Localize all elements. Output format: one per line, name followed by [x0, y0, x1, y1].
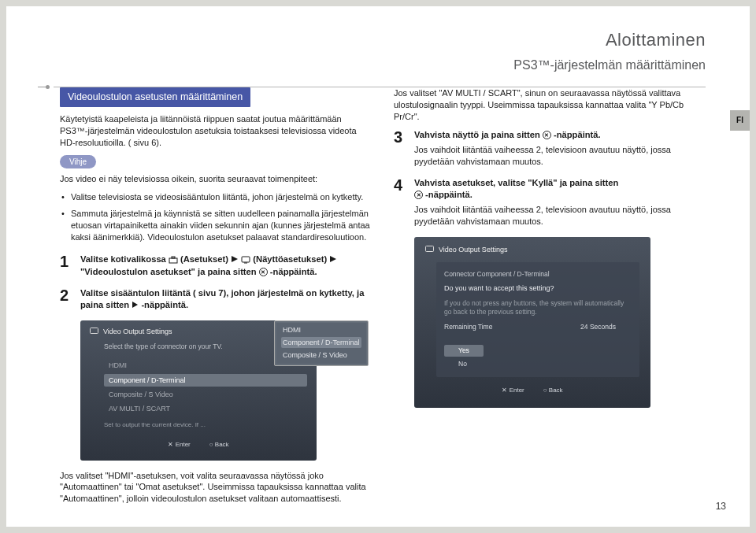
display-icon — [241, 256, 250, 264]
svg-rect-0 — [169, 258, 177, 263]
arrow-right-icon — [329, 255, 337, 263]
footer-back: ○ Back — [543, 387, 563, 395]
remaining-value: 24 Seconds — [580, 323, 616, 331]
after-screenshot-1: Jos valitset "HDMI"-asetuksen, voit vali… — [60, 470, 372, 505]
hint-bullets: Valitse televisiosta se videosisääntulon… — [61, 191, 372, 242]
screenshot-1-footer: ✕ Enter ○ Back — [90, 441, 307, 450]
zoom-option-selected: Component / D-Terminal — [281, 337, 361, 348]
zoom-option: Composite / S Video — [281, 350, 361, 361]
x-button-icon: ✕ — [414, 191, 423, 199]
screenshot-2-title-text: Video Output Settings — [439, 245, 507, 254]
step-3-body: Vahvista näyttö ja paina sitten ✕ -näppä… — [414, 129, 706, 168]
step-1-text: (Asetukset) — [180, 254, 231, 264]
page-title: Aloittaminen — [60, 28, 706, 52]
option-composite: Composite / S Video — [104, 388, 307, 401]
intro-text: Käytetyistä kaapeleista ja liitännöistä … — [60, 114, 357, 147]
language-tab: FI — [730, 110, 750, 131]
step-4-sub: Jos vaihdoit liitäntää vaiheessa 2, tele… — [414, 204, 706, 228]
display-icon — [90, 328, 98, 335]
step-number-3: 3 — [394, 129, 406, 168]
step-1-text: (Näyttöasetukset) — [253, 254, 329, 264]
step-4-body: Vahvista asetukset, valitse "Kyllä" ja p… — [414, 177, 706, 228]
step-number-2: 2 — [60, 287, 72, 311]
intro-paragraph: Käytetyistä kaapeleista ja liitännöistä … — [60, 113, 372, 149]
right-column: Jos valitset "AV MULTI / SCART", sinun o… — [394, 87, 706, 511]
step-1-text: -näppäintä. — [270, 267, 317, 276]
option-component: Component / D-Terminal — [104, 374, 307, 387]
screenshot-2-footer: ✕ Enter ○ Back — [425, 387, 639, 395]
svg-rect-4 — [91, 328, 98, 334]
zoom-option: HDMI — [281, 324, 361, 335]
no-option: No — [458, 360, 467, 368]
step-2-text: -näppäintä. — [141, 300, 188, 309]
step-3-text: Vahvista näyttö ja paina sitten — [414, 130, 543, 139]
remaining-row: Remaining Time 24 Seconds — [444, 323, 616, 331]
screenshot-2-title: Video Output Settings — [425, 245, 639, 254]
remaining-label: Remaining Time — [444, 323, 492, 331]
left-column: Videoulostulon asetusten määrittäminen K… — [60, 87, 372, 511]
step-3-text: -näppäintä. — [554, 130, 601, 139]
rule-stub — [38, 87, 46, 87]
hint-bullet: Valitse televisiosta se videosisääntulon… — [61, 191, 372, 203]
screenshot-2: Video Output Settings Connector Componen… — [414, 237, 650, 408]
hint-intro: Jos video ei näy televisiossa oikein, su… — [60, 173, 372, 185]
option-avmulti: AV MULTI / SCART — [104, 402, 307, 415]
screenshot-1-title-text: Video Output Settings — [103, 327, 172, 336]
screenshot-2-box: Connector Component / D-Terminal Do you … — [436, 262, 639, 377]
x-button-icon: ✕ — [543, 131, 551, 139]
step-number-4: 4 — [394, 177, 406, 228]
step-1-text: Valitse kotivalikossa — [80, 254, 169, 264]
step-4-text: Vahvista asetukset, valitse "Kyllä" ja p… — [414, 178, 618, 187]
screenshot-1-tip: Set to output the current device. If ... — [104, 421, 307, 430]
display-icon — [425, 246, 434, 253]
step-number-1: 1 — [60, 254, 72, 277]
prompt-text: Do you want to accept this setting? — [444, 283, 632, 293]
x-button-icon: ✕ — [259, 268, 268, 276]
rule-dot — [46, 85, 50, 89]
footer-back: ○ Back — [209, 441, 229, 450]
hint-bullet: Sammuta järjestelmä ja käynnistä se sitt… — [61, 208, 372, 243]
step-1-text: "Videoulostulon asetukset" ja paina sitt… — [80, 267, 259, 276]
step-2-body: Valitse sisääntulon liitäntä ( sivu 7), … — [80, 287, 372, 311]
step-4-text: -näppäintä. — [425, 190, 472, 199]
screenshot-1-wrap: Video Output Settings Select the type of… — [60, 320, 372, 461]
connector-line: Connector Component / D-Terminal — [444, 270, 632, 279]
screenshot-1-options: HDMI Component / D-Terminal Composite / … — [104, 359, 307, 415]
arrow-right-icon — [231, 255, 239, 263]
page-number: 13 — [716, 500, 726, 513]
warning-text: If you do not press any buttons, the sys… — [444, 299, 632, 316]
header: Aloittaminen PS3™-järjestelmän määrittäm… — [60, 28, 706, 73]
footer-enter: ✕ Enter — [502, 387, 524, 395]
step-1-body: Valitse kotivalikossa (Asetukset) (Näytt… — [80, 254, 372, 277]
svg-rect-2 — [242, 257, 250, 262]
svg-rect-1 — [172, 257, 175, 258]
step-3-sub: Jos vaihdoit liitäntää vaiheessa 2, tele… — [414, 144, 706, 168]
hint-badge: Vihje — [60, 155, 96, 169]
section-badge: Videoulostulon asetusten määrittäminen — [60, 87, 250, 107]
step-2-text: Valitse sisääntulon liitäntä ( sivu 7), … — [80, 288, 364, 309]
page-subtitle: PS3™-järjestelmän määrittäminen — [60, 57, 706, 74]
screenshot-1-zoom: HDMI Component / D-Terminal Composite / … — [274, 320, 369, 366]
right-top-para: Jos valitset "AV MULTI / SCART", sinun o… — [394, 87, 706, 123]
svg-rect-5 — [426, 246, 434, 252]
yes-option: Yes — [444, 345, 484, 357]
footer-enter: ✕ Enter — [168, 441, 190, 450]
play-icon — [132, 301, 139, 309]
toolbox-icon — [169, 256, 178, 264]
header-rule — [54, 87, 706, 87]
